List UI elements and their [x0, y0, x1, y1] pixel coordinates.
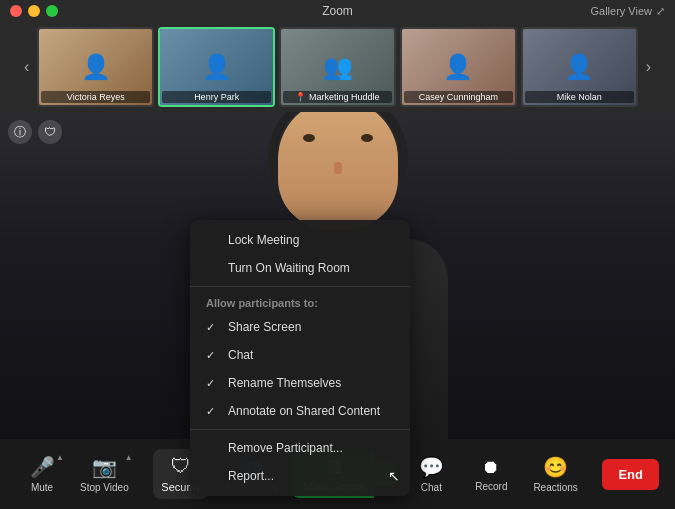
video-caret[interactable]: ▲: [125, 453, 133, 462]
menu-annotate[interactable]: ✓ Annotate on Shared Content: [190, 397, 410, 425]
gallery-view-button[interactable]: Gallery View ⤢: [590, 5, 665, 18]
security-context-menu: Lock Meeting Turn On Waiting Room Allow …: [190, 220, 410, 496]
menu-allow-header: Allow participants to:: [190, 291, 410, 313]
record-icon: ⏺: [482, 457, 500, 478]
window-controls: [10, 5, 58, 17]
menu-lock-meeting[interactable]: Lock Meeting: [190, 226, 410, 254]
stop-video-label: Stop Video: [80, 482, 129, 493]
maximize-dot[interactable]: [46, 5, 58, 17]
stop-video-btn-wrapper: 📷 Stop Video ▲: [72, 449, 137, 499]
check-share: ✓: [206, 321, 220, 334]
menu-waiting-room[interactable]: Turn On Waiting Room: [190, 254, 410, 282]
chat-button[interactable]: 💬 Chat: [405, 449, 457, 499]
participant-name-henry: Henry Park: [162, 91, 271, 103]
strip-prev-arrow[interactable]: ‹: [20, 58, 33, 76]
reactions-icon: 😊: [543, 455, 568, 479]
info-icon[interactable]: ⓘ: [8, 120, 32, 144]
toolbar-left: 🎤 Mute ▲ 📷 Stop Video ▲: [16, 449, 137, 499]
participant-thumb-marketing[interactable]: 👥 📍 Marketing Huddle: [279, 27, 396, 107]
check-chat: ✓: [206, 349, 220, 362]
mute-caret[interactable]: ▲: [56, 453, 64, 462]
participant-thumb-henry[interactable]: 👤 Henry Park: [158, 27, 275, 107]
menu-rename[interactable]: ✓ Rename Themselves: [190, 369, 410, 397]
check-rename: ✓: [206, 377, 220, 390]
participant-name-victoria: Victoria Reyes: [41, 91, 150, 103]
participant-name-marketing: 📍 Marketing Huddle: [283, 91, 392, 103]
head: [278, 112, 398, 229]
participant-name-casey: Casey Cunningham: [404, 91, 513, 103]
participant-thumb-victoria[interactable]: 👤 Victoria Reyes: [37, 27, 154, 107]
check-annotate: ✓: [206, 405, 220, 418]
menu-report[interactable]: Report... ↖: [190, 462, 410, 490]
video-overlay-icons: ⓘ 🛡: [8, 120, 62, 144]
shield-check-icon[interactable]: 🛡: [38, 120, 62, 144]
gallery-view-label: Gallery View: [590, 5, 652, 17]
mute-btn-wrapper: 🎤 Mute ▲: [16, 449, 68, 499]
menu-divider-1: [190, 286, 410, 287]
participant-thumb-casey[interactable]: 👤 Casey Cunningham: [400, 27, 517, 107]
menu-remove-participant[interactable]: Remove Participant...: [190, 434, 410, 462]
record-button[interactable]: ⏺ Record: [465, 451, 517, 498]
participant-thumb-mike[interactable]: 👤 Mike Nolan: [521, 27, 638, 107]
toolbar-right: End: [602, 459, 659, 490]
eye-left: [303, 134, 315, 142]
camera-icon: 📷: [92, 455, 117, 479]
eye-right: [361, 134, 373, 142]
nose: [334, 162, 342, 174]
titlebar: Zoom Gallery View ⤢: [0, 0, 675, 22]
app-title: Zoom: [322, 4, 353, 18]
security-icon: 🛡: [171, 455, 191, 478]
record-label: Record: [475, 481, 507, 492]
menu-divider-2: [190, 429, 410, 430]
reactions-label: Reactions: [533, 482, 577, 493]
participant-strip: ‹ 👤 Victoria Reyes 👤 Henry Park 👥 📍 Mark…: [0, 22, 675, 112]
participant-name-mike: Mike Nolan: [525, 91, 634, 103]
minimize-dot[interactable]: [28, 5, 40, 17]
expand-icon: ⤢: [656, 5, 665, 18]
eyes: [303, 134, 373, 142]
reactions-button[interactable]: 😊 Reactions: [525, 449, 585, 499]
end-button[interactable]: End: [602, 459, 659, 490]
cursor-icon: ↖: [388, 468, 400, 484]
close-dot[interactable]: [10, 5, 22, 17]
strip-next-arrow[interactable]: ›: [642, 58, 655, 76]
face-details: [303, 134, 373, 184]
chat-label: Chat: [421, 482, 442, 493]
chat-icon: 💬: [419, 455, 444, 479]
menu-share-screen[interactable]: ✓ Share Screen: [190, 313, 410, 341]
mic-icon: 🎤: [30, 455, 55, 479]
mute-label: Mute: [31, 482, 53, 493]
menu-chat[interactable]: ✓ Chat: [190, 341, 410, 369]
